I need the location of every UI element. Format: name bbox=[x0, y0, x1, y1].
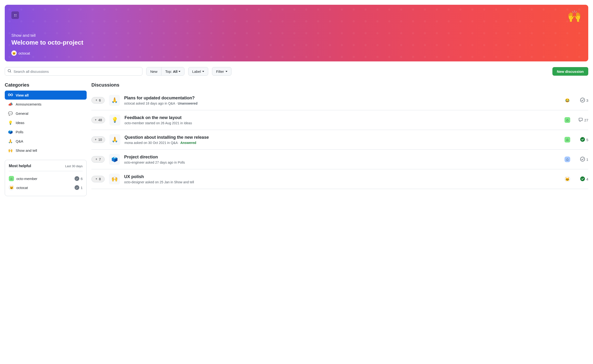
hero-author-name: octocat bbox=[19, 51, 30, 55]
category-label: Ideas bbox=[16, 121, 24, 125]
comment-count[interactable]: 5 bbox=[578, 137, 588, 143]
sidebar-item-ideas[interactable]: 💡Ideas bbox=[5, 118, 87, 127]
discussion-right: ⌂1 bbox=[565, 156, 588, 162]
discussion-meta: mona asked on 30 Oct 2021 in Q&A · Answe… bbox=[125, 141, 560, 145]
svg-point-0 bbox=[580, 137, 585, 142]
discussion-body: UX polishocto-designer asked on 25 Jan i… bbox=[124, 174, 560, 184]
hero-author[interactable]: 🐱 octocat bbox=[11, 51, 582, 56]
hero-title[interactable]: Welcome to octo-project bbox=[11, 39, 582, 46]
comment-count[interactable]: 4 bbox=[578, 176, 588, 182]
helpful-count: 1 bbox=[74, 185, 83, 190]
arrow-up-icon bbox=[95, 158, 98, 161]
sidebar-item-polls[interactable]: 🗳️Polls bbox=[5, 127, 87, 136]
caret-down-icon bbox=[226, 71, 227, 72]
most-helpful-card: Most helpful Last 30 days ⌂octo-member6🐱… bbox=[5, 160, 87, 196]
hero-avatar: 🐱 bbox=[11, 51, 17, 56]
sidebar-item-announcements[interactable]: 📣Announcements bbox=[5, 100, 87, 109]
discussion-category-icon: 🙌 bbox=[109, 174, 120, 184]
participant-avatar[interactable]: ⌂ bbox=[565, 156, 570, 162]
category-icon: 💬 bbox=[8, 111, 13, 116]
caret-down-icon bbox=[179, 71, 180, 72]
category-icon: 🙏 bbox=[8, 139, 13, 143]
search-icon bbox=[8, 69, 11, 74]
user-name: octo-member bbox=[16, 177, 37, 181]
arrow-up-icon bbox=[95, 178, 98, 180]
category-label: Polls bbox=[16, 130, 24, 134]
grip-icon bbox=[14, 14, 16, 16]
discussion-meta: octo-engineer asked 27 days ago in Polls bbox=[124, 161, 560, 164]
discussion-row: 8🙌UX polishocto-designer asked on 25 Jan… bbox=[91, 169, 588, 189]
participant-avatar[interactable]: 😂 bbox=[565, 98, 570, 103]
discussion-title[interactable]: Plans for updated documentation? bbox=[124, 96, 560, 101]
comment-count[interactable]: 3 bbox=[578, 98, 588, 103]
participant-avatar[interactable]: 🐱 bbox=[565, 176, 570, 182]
discussion-body: Plans for updated documentation?octocat … bbox=[124, 96, 560, 105]
category-label: General bbox=[16, 111, 28, 116]
user-avatar: ⌂ bbox=[9, 176, 14, 181]
participant-avatar[interactable]: ⌂ bbox=[565, 117, 570, 123]
sidebar: Categories View all📣Announcements💬Genera… bbox=[5, 82, 87, 196]
filter-button[interactable]: Filter bbox=[212, 67, 231, 76]
helpful-user-row[interactable]: 🐱octocat1 bbox=[9, 183, 83, 192]
upvote-button[interactable]: 10 bbox=[91, 136, 105, 143]
discussion-meta: octo-designer asked on 25 Jan in Show an… bbox=[124, 180, 560, 184]
category-icon: 💡 bbox=[8, 120, 13, 125]
discussion-category-icon: 🙏 bbox=[109, 134, 120, 145]
hero-emoji-icon: 🙌 bbox=[567, 9, 582, 23]
check-icon bbox=[580, 98, 585, 103]
pinned-discussion-hero: 🙌 Show and tell Welcome to octo-project … bbox=[5, 5, 588, 61]
hero-category: Show and tell bbox=[11, 33, 582, 38]
discussion-title[interactable]: UX polish bbox=[124, 174, 560, 179]
discussion-row: 10🙏Question about installing the new rel… bbox=[91, 130, 588, 150]
upvote-button[interactable]: 8 bbox=[91, 176, 105, 182]
label-filter-button[interactable]: Label bbox=[188, 67, 208, 76]
upvote-button[interactable]: 48 bbox=[91, 117, 105, 123]
helpful-users-list: ⌂octo-member6🐱octocat1 bbox=[9, 174, 83, 192]
most-helpful-title: Most helpful bbox=[9, 164, 31, 168]
upvote-button[interactable]: 7 bbox=[91, 156, 105, 163]
discussion-right: ⌂5 bbox=[565, 137, 588, 143]
pinned-grip-button[interactable] bbox=[11, 11, 19, 19]
category-label: Show and tell bbox=[16, 149, 37, 152]
discussion-category-icon: 🙏 bbox=[109, 95, 120, 106]
new-sort-button[interactable]: New bbox=[147, 67, 161, 75]
sort-group: New Top: All bbox=[146, 67, 184, 76]
check-icon bbox=[580, 137, 585, 143]
discussions-heading: Discussions bbox=[91, 82, 588, 88]
discussion-body: Question about installing the new releas… bbox=[125, 135, 560, 145]
discussion-category-icon: 🗳️ bbox=[109, 154, 120, 165]
arrow-up-icon bbox=[95, 99, 98, 102]
new-discussion-button[interactable]: New discussion bbox=[553, 67, 588, 76]
content-grid: Categories View all📣Announcements💬Genera… bbox=[5, 82, 588, 196]
discussion-right: 🐱4 bbox=[565, 176, 588, 182]
comment-count[interactable]: 1 bbox=[578, 157, 588, 162]
check-icon bbox=[580, 176, 585, 182]
search-input[interactable] bbox=[5, 67, 142, 76]
arrow-up-icon bbox=[94, 138, 97, 141]
most-helpful-period: Last 30 days bbox=[65, 164, 83, 168]
sidebar-item-general[interactable]: 💬General bbox=[5, 109, 87, 118]
discussion-title[interactable]: Project direction bbox=[124, 155, 560, 160]
discussion-title[interactable]: Question about installing the new releas… bbox=[125, 135, 560, 140]
sidebar-item-show-and-tell[interactable]: 🙌Show and tell bbox=[5, 146, 87, 155]
helpful-user-row[interactable]: ⌂octo-member6 bbox=[9, 174, 83, 183]
participant-avatar[interactable]: ⌂ bbox=[565, 137, 570, 143]
top-sort-button[interactable]: Top: All bbox=[161, 67, 184, 75]
check-badge-icon bbox=[74, 176, 79, 181]
discussion-right: 😂3 bbox=[565, 98, 588, 103]
sidebar-item-q-a[interactable]: 🙏Q&A bbox=[5, 136, 87, 146]
category-label: Announcements bbox=[16, 102, 41, 106]
arrow-up-icon bbox=[94, 119, 97, 121]
discussion-row: 6🙏Plans for updated documentation?octoca… bbox=[91, 91, 588, 110]
discussion-body: Project directionocto-engineer asked 27 … bbox=[124, 155, 560, 164]
category-icon: 🙌 bbox=[8, 148, 13, 153]
category-label: View all bbox=[16, 93, 29, 97]
discussions-list: 6🙏Plans for updated documentation?octoca… bbox=[91, 91, 588, 189]
upvote-button[interactable]: 6 bbox=[91, 97, 105, 104]
comment-count[interactable]: 27 bbox=[578, 118, 588, 123]
discussion-meta: octocat asked 18 days ago in Q&A · Unans… bbox=[124, 102, 560, 105]
discussion-meta: octo-member started on 26 Aug 2021 in Id… bbox=[125, 121, 560, 125]
check-badge-icon bbox=[74, 185, 79, 190]
discussion-title[interactable]: Feedback on the new layout bbox=[125, 115, 560, 120]
sidebar-item-view-all[interactable]: View all bbox=[5, 91, 87, 100]
